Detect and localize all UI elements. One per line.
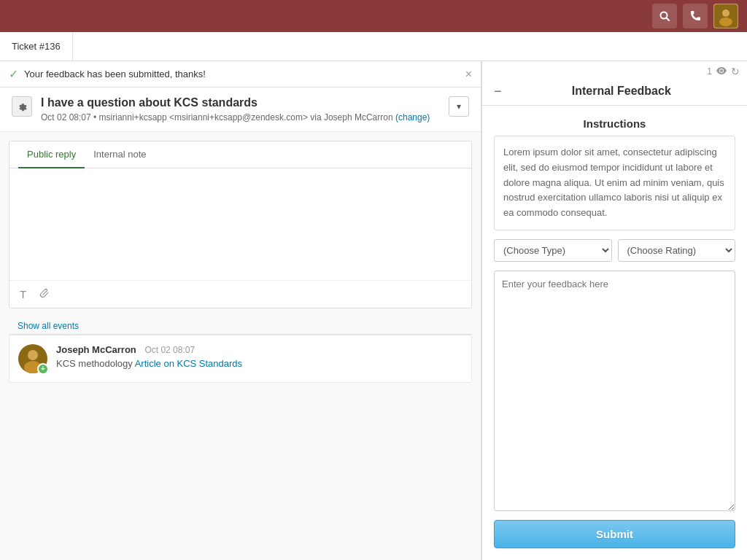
avatar-plus-icon: + [37,363,49,375]
search-icon[interactable] [652,4,677,28]
feedback-meta-row: 1 ↻ [482,61,747,77]
notification-content: ✓ Your feedback has been submitted, than… [9,67,206,81]
ticket-change-link[interactable]: (change) [395,112,430,122]
reply-area: Public reply Internal note T [9,141,472,308]
comment-content: Joseph McCarron Oct 02 08:07 KCS methodo… [56,344,462,373]
feedback-selects: (Choose Type) Type 1 Type 2 (Choose Rati… [494,239,735,262]
notification-bar: ✓ Your feedback has been submitted, than… [0,61,481,88]
ticket-dropdown-button[interactable]: ▾ [449,96,469,117]
attach-button[interactable] [36,287,53,302]
feedback-type-select[interactable]: (Choose Type) Type 1 Type 2 [494,239,612,262]
feedback-panel: 1 ↻ − Internal Feedback Instructions Lor… [481,61,747,560]
public-reply-label: Public reply [27,149,76,160]
feedback-refresh-icon[interactable]: ↻ [731,66,740,77]
feedback-instructions-title: Instructions [494,117,735,130]
phone-icon[interactable] [683,4,708,28]
comment-time: Oct 02 08:07 [144,345,195,355]
left-panel: ✓ Your feedback has been submitted, than… [0,61,481,560]
feedback-header: − Internal Feedback [482,77,747,106]
feedback-submit-button[interactable]: Submit [494,520,735,548]
feedback-count: 1 [707,66,712,77]
feedback-instructions-section: Instructions Lorem ipsum dolor sit amet,… [494,117,735,230]
ticket-title-area: I have a question about KCS standards Oc… [41,96,440,122]
feedback-textarea[interactable] [494,271,735,511]
svg-point-6 [28,350,38,360]
notification-message: Your feedback has been submitted, thanks… [24,69,206,79]
ticket-header: I have a question about KCS standards Oc… [0,88,481,132]
tab-internal-note[interactable]: Internal note [85,141,155,168]
show-events-container: Show all events [0,317,481,334]
comment-avatar-container: + [18,344,47,373]
feedback-rating-select[interactable]: (Choose Rating) 1 2 3 4 5 [618,239,736,262]
ticket-gear-button[interactable] [12,96,32,117]
ticket-meta: Oct 02 08:07 • msirianni+kcsapp <msirian… [41,112,440,122]
main-layout: ✓ Your feedback has been submitted, than… [0,61,747,560]
ticket-tab[interactable]: Ticket #136 [0,32,73,61]
ticket-via: msirianni+kcsapp <msirianni+kcsapp@zende… [99,112,393,122]
comment-text-before-link: KCS methodology [56,358,135,369]
tab-public-reply[interactable]: Public reply [18,141,85,168]
comment-author: Joseph McCarron [56,344,136,355]
reply-toolbar: T [9,280,471,308]
comment-text: KCS methodology Article on KCS Standards [56,358,462,369]
feedback-eye-icon [716,66,727,77]
comment-item: + Joseph McCarron Oct 02 08:07 KCS metho… [9,335,472,383]
svg-point-3 [722,9,729,17]
comment-article-link[interactable]: Article on KCS Standards [135,358,242,369]
reply-textarea[interactable] [17,176,464,271]
check-icon: ✓ [9,67,18,81]
feedback-minimize-button[interactable]: − [494,85,502,98]
user-avatar-icon[interactable] [713,4,738,28]
tab-bar: Ticket #136 [0,32,747,61]
internal-note-label: Internal note [93,149,146,160]
feedback-instructions-text: Lorem ipsum dolor sit amet, consectetur … [494,136,735,230]
comment-header: Joseph McCarron Oct 02 08:07 [56,344,462,355]
dropdown-chevron-icon: ▾ [457,101,461,112]
ticket-date: Oct 02 08:07 [41,112,91,122]
svg-line-1 [667,18,670,21]
svg-point-4 [719,18,732,26]
feedback-title: Internal Feedback [508,85,735,98]
ticket-tab-label: Ticket #136 [12,41,61,52]
reply-input-area [9,168,471,280]
feedback-body: Instructions Lorem ipsum dolor sit amet,… [482,106,747,560]
ticket-dot: • [93,112,99,122]
text-format-button[interactable]: T [17,287,29,302]
notification-close-button[interactable]: × [465,68,472,81]
top-bar [0,0,747,32]
right-panel: 1 ↻ − Internal Feedback Instructions Lor… [481,61,747,560]
ticket-title: I have a question about KCS standards [41,96,440,109]
reply-tabs: Public reply Internal note [9,141,471,168]
